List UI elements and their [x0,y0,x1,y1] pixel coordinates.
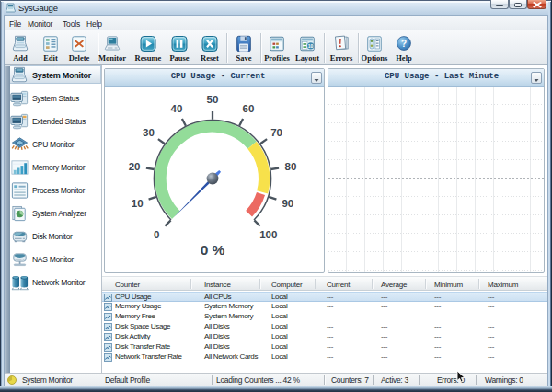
svg-text:70: 70 [270,127,282,138]
svg-text:90: 90 [282,198,293,209]
svg-text:60: 60 [243,103,255,114]
svg-text:100: 100 [259,229,277,240]
svg-text:40: 40 [171,103,183,114]
svg-text:80: 80 [285,161,297,172]
svg-text:20: 20 [129,161,141,172]
svg-text:10: 10 [132,198,144,209]
svg-text:50: 50 [207,94,219,105]
svg-text:?: ? [401,39,407,49]
svg-text:10: 10 [308,43,314,49]
svg-text:30: 30 [143,127,155,138]
svg-text:0 %: 0 % [201,242,225,258]
svg-text:0: 0 [154,229,159,240]
